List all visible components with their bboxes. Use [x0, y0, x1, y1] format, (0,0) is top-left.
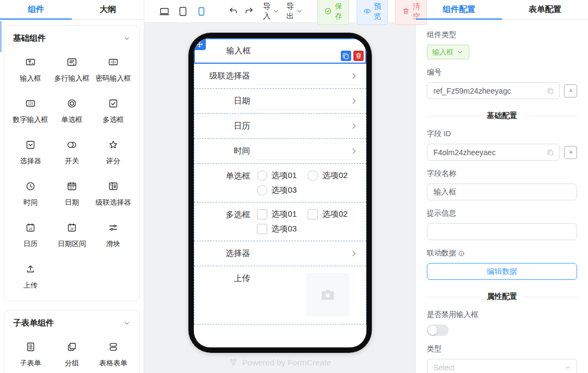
component-item-多选框[interactable]: 多选框 — [93, 90, 134, 132]
option-选项01[interactable]: 选项01 — [257, 209, 308, 219]
menu-导入[interactable]: 导入 — [263, 2, 280, 21]
component-item-表格表单[interactable]: 表格表单 — [93, 334, 134, 373]
tablet-icon[interactable] — [176, 4, 190, 19]
component-item-多行输入框[interactable]: 多行输入框 — [51, 49, 93, 90]
section-title: 基础组件 — [13, 33, 46, 44]
section-header[interactable]: 基础组件 — [10, 33, 134, 49]
form-field-选择器[interactable]: 选择器 — [194, 241, 366, 266]
component-item-级联选择器[interactable]: 级联选择器 — [93, 173, 134, 215]
move-icon[interactable] — [194, 38, 206, 50]
watermark: Powered by FormCreate — [144, 358, 415, 367]
component-item-选择器[interactable]: 选择器 — [10, 132, 51, 173]
component-item-label: 上传 — [23, 280, 38, 290]
tab-组件[interactable]: 组件 — [0, 0, 72, 19]
component-item-数字输入框[interactable]: 123数字输入框 — [10, 90, 51, 132]
component-item-时间[interactable]: 时间 — [10, 173, 51, 215]
component-item-日期区间[interactable]: 29日期区间 — [51, 215, 93, 256]
form-field-时间[interactable]: 时间 — [194, 138, 366, 164]
checkbox-control[interactable] — [257, 209, 267, 219]
component-panel: 组件大纲 基础组件输入框多行输入框密码输入框123数字输入框单选框多选框选择器开… — [0, 0, 144, 373]
chevron-down-icon — [123, 320, 131, 327]
component-item-输入框[interactable]: 输入框 — [10, 49, 51, 90]
delete-field-icon[interactable] — [353, 51, 364, 61]
svg-text:A: A — [569, 88, 572, 93]
component-item-label: 日历 — [23, 239, 38, 249]
component-item-评分[interactable]: 评分 — [93, 132, 134, 173]
component-type-tag[interactable]: 输入框 — [427, 45, 469, 59]
form-field-级联选择器[interactable]: 级联选择器 — [194, 63, 366, 89]
checkbox-control[interactable] — [308, 209, 318, 219]
field-label: 上传 — [194, 266, 250, 284]
component-item-label: 子表单 — [20, 358, 41, 368]
type-select[interactable] — [427, 359, 577, 373]
component-item-label: 多行输入框 — [54, 74, 89, 83]
option-选项02[interactable]: 选项02 — [308, 209, 359, 219]
form-field-日历[interactable]: 日历 — [194, 113, 366, 139]
component-item-日期[interactable]: 日期 — [51, 173, 93, 215]
component-grid: 子表单分组表格表单 — [10, 334, 134, 373]
svg-text:A: A — [569, 150, 572, 155]
form-field-单选框[interactable]: 单选框选项01选项02选项03 — [194, 163, 366, 203]
field-actions — [341, 51, 364, 61]
预览-button[interactable]: 预览 — [357, 0, 388, 25]
auto-generate-icon[interactable]: A — [564, 146, 577, 159]
保存-button[interactable]: 保存 — [317, 0, 349, 25]
component-item-滑块[interactable]: 滑块 — [93, 215, 134, 256]
component-item-单选框[interactable]: 单选框 — [51, 90, 93, 132]
tab-大纲[interactable]: 大纲 — [72, 0, 144, 19]
section-header[interactable]: 子表单组件 — [10, 318, 134, 334]
field-options: 选项01选项02选项03 — [257, 203, 359, 241]
option-label: 选项02 — [322, 209, 348, 219]
edit-data-button[interactable]: 编辑数据 — [427, 263, 577, 280]
switch-icon — [66, 138, 77, 151]
desktop-icon[interactable] — [157, 4, 171, 19]
radio-control[interactable] — [308, 170, 318, 181]
field-id-input[interactable] — [427, 144, 560, 161]
ref-input[interactable] — [427, 82, 560, 99]
copy-field-icon[interactable] — [341, 51, 351, 61]
option-选项02[interactable]: 选项02 — [308, 170, 359, 181]
info-icon[interactable] — [458, 250, 465, 257]
button-label: 保存 — [335, 2, 342, 21]
formcreate-logo-icon — [229, 358, 238, 367]
form-field-日期[interactable]: 日期 — [194, 88, 366, 114]
undo-button[interactable] — [228, 4, 238, 19]
option-选项03[interactable]: 选项03 — [257, 185, 308, 195]
subform-icon — [25, 340, 36, 353]
chevron-right-icon — [350, 96, 359, 106]
form-field-多选框[interactable]: 多选框选项01选项02选项03 — [194, 202, 366, 241]
component-item-子表单[interactable]: 子表单 — [10, 334, 51, 373]
form-field-输入框[interactable]: 输入框 — [194, 38, 366, 64]
redo-button[interactable] — [244, 4, 254, 19]
tab-表单配置[interactable]: 表单配置 — [502, 0, 588, 19]
type-select-input[interactable] — [427, 359, 577, 373]
disable-input-toggle[interactable] — [427, 325, 449, 336]
left-scrollbar-thumb[interactable] — [0, 21, 2, 52]
option-选项01[interactable]: 选项01 — [257, 170, 308, 181]
checkbox-control[interactable] — [257, 224, 267, 234]
component-item-上传[interactable]: 上传 — [10, 256, 51, 297]
form-field-上传[interactable]: 上传 — [194, 266, 366, 325]
copy-icon[interactable] — [546, 87, 555, 95]
component-item-密码输入框[interactable]: 密码输入框 — [93, 49, 134, 90]
design-canvas[interactable]: 输入框级联选择器日期日历时间单选框选项01选项02选项03多选框选项01选项02… — [144, 23, 415, 373]
component-item-日历[interactable]: 29日历 — [10, 215, 51, 256]
radio-icon — [66, 97, 77, 110]
component-item-分组[interactable]: 分组 — [51, 334, 93, 373]
tab-组件配置[interactable]: 组件配置 — [416, 0, 502, 19]
tip-input[interactable] — [427, 223, 577, 240]
field-name-input[interactable] — [427, 184, 577, 200]
radio-control[interactable] — [257, 185, 267, 195]
component-config: 组件类型 输入框 编号 A 基础配置 字段 ID — [416, 20, 588, 373]
copy-icon[interactable] — [546, 148, 555, 157]
auto-generate-icon[interactable]: A — [564, 84, 577, 97]
cascader-icon — [108, 180, 119, 193]
component-grid: 输入框多行输入框密码输入框123数字输入框单选框多选框选择器开关评分时间日期级联… — [10, 49, 134, 297]
attr-config-title: 属性配置 — [487, 292, 517, 302]
radio-control[interactable] — [257, 170, 267, 181]
menu-导出[interactable]: 导出 — [286, 2, 303, 21]
component-item-开关[interactable]: 开关 — [51, 132, 93, 173]
option-选项03[interactable]: 选项03 — [257, 224, 308, 234]
mobile-icon[interactable] — [194, 4, 209, 19]
upload-placeholder[interactable] — [306, 273, 350, 316]
